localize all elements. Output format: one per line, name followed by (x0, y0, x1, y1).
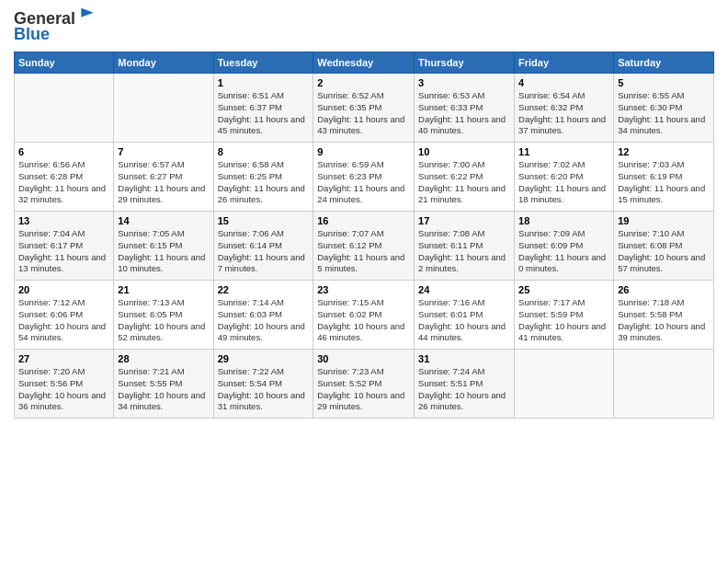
day-info: Sunrise: 6:57 AM Sunset: 6:27 PM Dayligh… (118, 159, 209, 206)
day-info: Sunrise: 7:10 AM Sunset: 6:08 PM Dayligh… (618, 228, 710, 275)
day-info: Sunrise: 7:09 AM Sunset: 6:09 PM Dayligh… (518, 228, 609, 275)
day-number: 17 (418, 215, 510, 226)
day-number: 16 (317, 215, 410, 226)
calendar-week-row: 1Sunrise: 6:51 AM Sunset: 6:37 PM Daylig… (15, 74, 714, 143)
day-info: Sunrise: 7:23 AM Sunset: 5:52 PM Dayligh… (317, 366, 410, 413)
calendar-body: 1Sunrise: 6:51 AM Sunset: 6:37 PM Daylig… (15, 74, 714, 419)
day-number: 19 (618, 215, 710, 226)
day-info: Sunrise: 7:17 AM Sunset: 5:59 PM Dayligh… (518, 297, 609, 344)
weekday-header: Thursday (415, 52, 515, 74)
weekday-header: Saturday (614, 52, 714, 74)
day-number: 27 (18, 353, 109, 364)
calendar-table: SundayMondayTuesdayWednesdayThursdayFrid… (14, 52, 714, 419)
calendar-cell: 9Sunrise: 6:59 AM Sunset: 6:23 PM Daylig… (313, 143, 415, 212)
page-header: General Blue (14, 9, 714, 44)
calendar-cell: 12Sunrise: 7:03 AM Sunset: 6:19 PM Dayli… (614, 143, 714, 212)
day-number: 11 (518, 146, 609, 157)
calendar-week-row: 13Sunrise: 7:04 AM Sunset: 6:17 PM Dayli… (15, 212, 714, 281)
day-number: 28 (118, 353, 209, 364)
day-info: Sunrise: 6:54 AM Sunset: 6:32 PM Dayligh… (518, 90, 609, 137)
calendar-cell: 18Sunrise: 7:09 AM Sunset: 6:09 PM Dayli… (515, 212, 614, 281)
day-number: 18 (518, 215, 609, 226)
day-number: 2 (317, 77, 410, 88)
calendar-week-row: 20Sunrise: 7:12 AM Sunset: 6:06 PM Dayli… (15, 281, 714, 350)
day-number: 3 (418, 77, 510, 88)
calendar-cell: 10Sunrise: 7:00 AM Sunset: 6:22 PM Dayli… (415, 143, 515, 212)
weekday-header: Monday (114, 52, 213, 74)
weekday-header: Tuesday (213, 52, 313, 74)
day-number: 13 (18, 215, 109, 226)
calendar-cell: 8Sunrise: 6:58 AM Sunset: 6:25 PM Daylig… (213, 143, 313, 212)
day-info: Sunrise: 6:58 AM Sunset: 6:25 PM Dayligh… (218, 159, 310, 206)
day-info: Sunrise: 7:13 AM Sunset: 6:05 PM Dayligh… (118, 297, 209, 344)
calendar-cell: 28Sunrise: 7:21 AM Sunset: 5:55 PM Dayli… (114, 350, 213, 419)
day-info: Sunrise: 7:16 AM Sunset: 6:01 PM Dayligh… (418, 297, 510, 344)
calendar-cell: 7Sunrise: 6:57 AM Sunset: 6:27 PM Daylig… (114, 143, 213, 212)
day-info: Sunrise: 7:00 AM Sunset: 6:22 PM Dayligh… (418, 159, 510, 206)
calendar-cell: 20Sunrise: 7:12 AM Sunset: 6:06 PM Dayli… (15, 281, 114, 350)
day-number: 6 (18, 146, 109, 157)
calendar-cell: 30Sunrise: 7:23 AM Sunset: 5:52 PM Dayli… (313, 350, 415, 419)
day-number: 5 (618, 77, 710, 88)
day-number: 26 (618, 284, 710, 295)
day-info: Sunrise: 7:15 AM Sunset: 6:02 PM Dayligh… (317, 297, 410, 344)
calendar-cell: 2Sunrise: 6:52 AM Sunset: 6:35 PM Daylig… (313, 74, 415, 143)
calendar-week-row: 27Sunrise: 7:20 AM Sunset: 5:56 PM Dayli… (15, 350, 714, 419)
calendar-cell: 19Sunrise: 7:10 AM Sunset: 6:08 PM Dayli… (614, 212, 714, 281)
day-info: Sunrise: 7:07 AM Sunset: 6:12 PM Dayligh… (317, 228, 410, 275)
day-number: 1 (218, 77, 310, 88)
day-number: 9 (317, 146, 410, 157)
logo: General Blue (14, 9, 97, 44)
day-number: 12 (618, 146, 710, 157)
day-number: 31 (418, 353, 510, 364)
day-info: Sunrise: 7:20 AM Sunset: 5:56 PM Dayligh… (18, 366, 109, 413)
calendar-cell: 21Sunrise: 7:13 AM Sunset: 6:05 PM Dayli… (114, 281, 213, 350)
day-info: Sunrise: 6:56 AM Sunset: 6:28 PM Dayligh… (18, 159, 109, 206)
day-info: Sunrise: 7:14 AM Sunset: 6:03 PM Dayligh… (218, 297, 310, 344)
calendar-cell (515, 350, 614, 419)
day-number: 30 (317, 353, 410, 364)
day-info: Sunrise: 7:22 AM Sunset: 5:54 PM Dayligh… (218, 366, 310, 413)
day-info: Sunrise: 7:12 AM Sunset: 6:06 PM Dayligh… (18, 297, 109, 344)
calendar-header-row: SundayMondayTuesdayWednesdayThursdayFrid… (15, 52, 714, 74)
day-number: 8 (218, 146, 310, 157)
day-number: 15 (218, 215, 310, 226)
calendar-cell: 31Sunrise: 7:24 AM Sunset: 5:51 PM Dayli… (415, 350, 515, 419)
calendar-cell: 17Sunrise: 7:08 AM Sunset: 6:11 PM Dayli… (415, 212, 515, 281)
calendar-cell: 16Sunrise: 7:07 AM Sunset: 6:12 PM Dayli… (313, 212, 415, 281)
day-number: 10 (418, 146, 510, 157)
day-info: Sunrise: 7:24 AM Sunset: 5:51 PM Dayligh… (418, 366, 510, 413)
day-number: 25 (518, 284, 609, 295)
calendar-cell (15, 74, 114, 143)
calendar-cell: 5Sunrise: 6:55 AM Sunset: 6:30 PM Daylig… (614, 74, 714, 143)
day-info: Sunrise: 7:04 AM Sunset: 6:17 PM Dayligh… (18, 228, 109, 275)
day-number: 22 (218, 284, 310, 295)
logo-flag-icon (78, 6, 97, 25)
calendar-cell (614, 350, 714, 419)
day-number: 29 (218, 353, 310, 364)
calendar-cell: 24Sunrise: 7:16 AM Sunset: 6:01 PM Dayli… (415, 281, 515, 350)
weekday-header: Sunday (15, 52, 114, 74)
day-info: Sunrise: 6:53 AM Sunset: 6:33 PM Dayligh… (418, 90, 510, 137)
day-info: Sunrise: 7:21 AM Sunset: 5:55 PM Dayligh… (118, 366, 209, 413)
calendar-cell: 1Sunrise: 6:51 AM Sunset: 6:37 PM Daylig… (213, 74, 313, 143)
calendar-cell: 6Sunrise: 6:56 AM Sunset: 6:28 PM Daylig… (15, 143, 114, 212)
calendar-cell: 23Sunrise: 7:15 AM Sunset: 6:02 PM Dayli… (313, 281, 415, 350)
day-number: 20 (18, 284, 109, 295)
page-container: General Blue SundayMondayTuesdayWednesda… (0, 0, 728, 428)
calendar-cell (114, 74, 213, 143)
calendar-cell: 14Sunrise: 7:05 AM Sunset: 6:15 PM Dayli… (114, 212, 213, 281)
day-info: Sunrise: 7:18 AM Sunset: 5:58 PM Dayligh… (618, 297, 710, 344)
calendar-cell: 29Sunrise: 7:22 AM Sunset: 5:54 PM Dayli… (213, 350, 313, 419)
day-number: 7 (118, 146, 209, 157)
day-number: 24 (418, 284, 510, 295)
day-info: Sunrise: 7:02 AM Sunset: 6:20 PM Dayligh… (518, 159, 609, 206)
day-info: Sunrise: 6:51 AM Sunset: 6:37 PM Dayligh… (218, 90, 310, 137)
day-info: Sunrise: 7:05 AM Sunset: 6:15 PM Dayligh… (118, 228, 209, 275)
day-info: Sunrise: 7:03 AM Sunset: 6:19 PM Dayligh… (618, 159, 710, 206)
day-number: 4 (518, 77, 609, 88)
calendar-cell: 4Sunrise: 6:54 AM Sunset: 6:32 PM Daylig… (515, 74, 614, 143)
day-info: Sunrise: 6:59 AM Sunset: 6:23 PM Dayligh… (317, 159, 410, 206)
day-number: 23 (317, 284, 410, 295)
weekday-header: Wednesday (313, 52, 415, 74)
